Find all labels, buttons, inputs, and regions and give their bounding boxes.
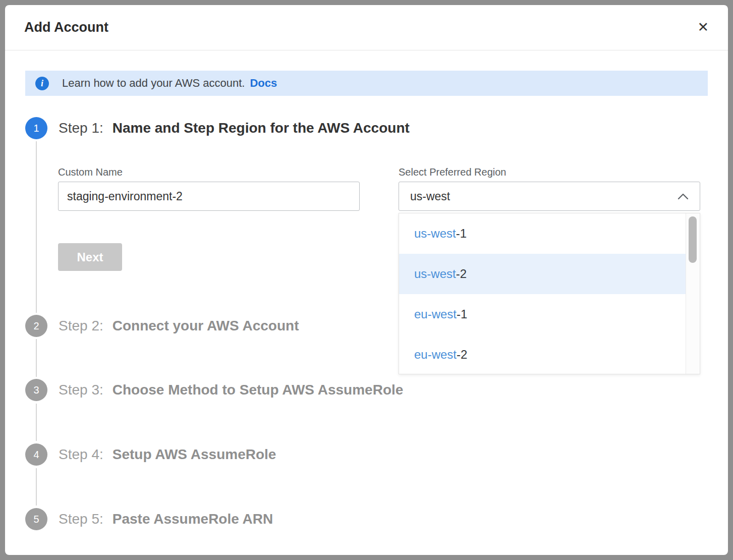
close-icon[interactable]: ✕ <box>697 21 709 34</box>
step-connector <box>36 468 37 506</box>
modal-title: Add Account <box>24 20 108 35</box>
chevron-up-icon <box>678 193 689 200</box>
step-5-number-badge: 5 <box>25 508 47 530</box>
region-select-value: us-west <box>410 190 450 203</box>
region-option-eu-west-2[interactable]: eu-west-2 <box>399 334 686 375</box>
step-1-label: Step 1: <box>59 120 103 136</box>
step-connector <box>36 141 37 313</box>
custom-name-label: Custom Name <box>58 166 123 178</box>
option-match-text: us-west <box>414 267 456 281</box>
modal-header: Add Account ✕ <box>5 5 728 50</box>
step-1-title: Name and Step Region for the AWS Account <box>112 120 410 136</box>
scrollbar-thumb[interactable] <box>689 216 697 263</box>
info-banner: i Learn how to add your AWS account. Doc… <box>25 71 708 96</box>
add-account-modal: Add Account ✕ i Learn how to add your AW… <box>5 5 728 555</box>
option-rest-text: -2 <box>457 348 467 361</box>
dropdown-scrollbar[interactable] <box>686 213 700 374</box>
option-rest-text: -1 <box>456 227 467 240</box>
step-connector <box>36 339 37 377</box>
step-1-number-badge: 1 <box>25 117 47 139</box>
banner-text: Learn how to add your AWS account. <box>62 77 245 90</box>
step-4-title: Setup AWS AssumeRole <box>112 446 276 463</box>
region-option-us-west-2[interactable]: us-west-2 <box>399 254 686 294</box>
region-label: Select Preferred Region <box>399 166 506 178</box>
region-option-us-west-1[interactable]: us-west-1 <box>399 213 686 254</box>
docs-link[interactable]: Docs <box>250 77 277 90</box>
step-4-number-badge: 4 <box>25 443 47 466</box>
option-rest-text: -1 <box>457 307 467 321</box>
step-5-label: Step 5: <box>59 511 103 527</box>
step-3-title: Choose Method to Setup AWS AssumeRole <box>112 382 404 398</box>
option-match-text: us-west <box>414 227 456 240</box>
step-3-number-badge: 3 <box>25 379 47 401</box>
step-connector <box>36 404 37 441</box>
option-match-text: eu-west <box>414 307 457 321</box>
region-dropdown: us-west-1 us-west-2 eu-west-1 eu-west-2 <box>399 213 700 374</box>
step-5-header[interactable]: 5 Step 5: Paste AssumeRole ARN <box>25 508 273 530</box>
next-button[interactable]: Next <box>58 243 122 271</box>
region-select[interactable]: us-west <box>399 182 700 211</box>
step-4-header[interactable]: 4 Step 4: Setup AWS AssumeRole <box>25 443 276 466</box>
step-4-label: Step 4: <box>59 446 103 463</box>
region-option-eu-west-1[interactable]: eu-west-1 <box>399 294 686 334</box>
option-match-text: eu-west <box>414 348 457 361</box>
step-1-header[interactable]: 1 Step 1: Name and Step Region for the A… <box>25 117 410 139</box>
step-2-header[interactable]: 2 Step 2: Connect your AWS Account <box>25 315 299 337</box>
custom-name-input[interactable] <box>58 182 360 211</box>
step-5-title: Paste AssumeRole ARN <box>112 511 273 527</box>
step-2-title: Connect your AWS Account <box>112 318 299 334</box>
step-3-label: Step 3: <box>59 382 103 398</box>
step-2-label: Step 2: <box>59 318 103 334</box>
option-rest-text: -2 <box>456 267 467 281</box>
step-2-number-badge: 2 <box>25 315 47 337</box>
info-icon: i <box>35 77 49 90</box>
step-3-header[interactable]: 3 Step 3: Choose Method to Setup AWS Ass… <box>25 379 403 401</box>
